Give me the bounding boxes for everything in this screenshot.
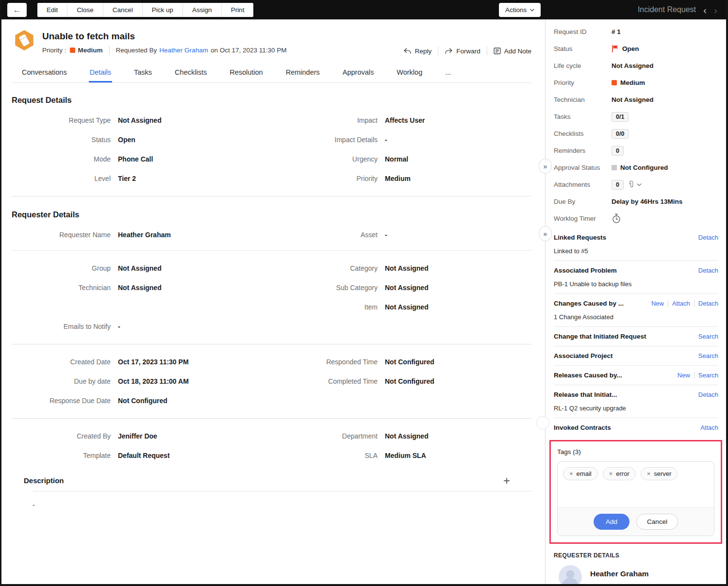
linked-requests-section: Linked Requests Detach Linked to #5: [554, 232, 718, 260]
section-divider: [12, 344, 531, 344]
attachments-dropdown[interactable]: [637, 183, 642, 186]
field-value: Not Assigned: [118, 264, 279, 272]
collapse-panel-button[interactable]: »: [539, 226, 552, 241]
section-title: Associated Project: [554, 352, 613, 359]
close-button[interactable]: Close: [67, 3, 103, 17]
linked-request-item[interactable]: Linked to #5: [554, 247, 718, 255]
change-initiated-section: Change that Initiated Request Search: [554, 326, 718, 346]
tab-tasks[interactable]: Tasks: [133, 63, 153, 82]
search-link[interactable]: Search: [698, 352, 718, 359]
edit-button[interactable]: Edit: [37, 3, 67, 17]
attachments-count-badge[interactable]: 0: [612, 180, 624, 190]
attach-file-button[interactable]: [628, 180, 635, 189]
remove-tag-icon[interactable]: ×: [647, 471, 651, 477]
conversation-actions: Reply Forward Add Note: [403, 47, 531, 55]
detach-link[interactable]: Detach: [698, 234, 718, 241]
changes-associated-item[interactable]: 1 Change Associated: [554, 313, 718, 321]
tasks-count-badge[interactable]: 0/1: [612, 112, 629, 122]
release-item[interactable]: RL-1 Q2 security upgrade: [554, 405, 718, 412]
field-row: Emails to Notify -: [12, 323, 531, 330]
prop-row-checklists: Checklists 0/0: [554, 128, 718, 139]
search-link[interactable]: Search: [698, 372, 718, 379]
divider: [487, 47, 487, 55]
tab-conversations[interactable]: Conversations: [21, 63, 68, 82]
tab-details[interactable]: Details: [89, 63, 112, 82]
prev-request-icon[interactable]: ‹: [703, 5, 707, 15]
tags-section-highlighted: Tags (3) × email × error × serv: [549, 440, 722, 544]
detach-link[interactable]: Detach: [698, 267, 718, 274]
tab-worklog[interactable]: Worklog: [396, 63, 423, 82]
tags-input[interactable]: × email × error × server: [558, 462, 714, 507]
reminders-count-badge[interactable]: 0: [612, 146, 624, 156]
field-row: Technician Not Assigned Sub Category Not…: [12, 284, 531, 292]
panel-handle[interactable]: [536, 416, 549, 429]
remove-tag-icon[interactable]: ×: [569, 471, 573, 477]
prop-value: Not Assigned: [612, 62, 654, 69]
field-label: Item: [286, 303, 378, 311]
field-value: -: [385, 136, 531, 144]
remove-tag-icon[interactable]: ×: [609, 471, 613, 477]
cancel-button[interactable]: Cancel: [103, 3, 143, 17]
field-row: Status Open Impact Details -: [12, 136, 531, 144]
add-note-button[interactable]: Add Note: [494, 48, 531, 55]
prop-row-worklog-timer: Worklog Timer: [554, 213, 718, 224]
detach-link[interactable]: Detach: [698, 300, 718, 307]
tab-approvals[interactable]: Approvals: [342, 63, 375, 82]
new-link[interactable]: New: [651, 300, 664, 307]
prop-label: Technician: [554, 96, 612, 103]
field-value: Jeniffer Doe: [118, 432, 279, 440]
chevron-down-icon: [530, 9, 534, 12]
detach-link[interactable]: Detach: [698, 391, 718, 398]
releases-caused-section: Releases Caused by... New Search: [554, 365, 718, 385]
tab-more[interactable]: ...: [444, 63, 452, 82]
section-title: Associated Problem: [554, 267, 617, 274]
add-tags-button[interactable]: Add: [594, 514, 629, 530]
field-label: Impact: [286, 116, 378, 124]
new-link[interactable]: New: [678, 372, 690, 379]
tab-reminders[interactable]: Reminders: [285, 63, 321, 82]
attach-link[interactable]: Attach: [700, 424, 718, 431]
field-row: Item Not Assigned: [12, 303, 531, 311]
field-label: Request Type: [12, 116, 111, 124]
attach-link[interactable]: Attach: [672, 300, 690, 307]
tag-chip: × server: [641, 467, 678, 480]
changes-caused-section: Changes Caused by ... New Attach Detach …: [554, 293, 718, 326]
forward-button[interactable]: Forward: [445, 48, 480, 55]
collapse-panel-button[interactable]: »: [539, 159, 552, 174]
checklists-count-badge[interactable]: 0/0: [612, 129, 629, 139]
add-description-icon[interactable]: +: [503, 476, 510, 485]
actions-button[interactable]: Actions: [499, 3, 541, 17]
section-title: Change that Initiated Request: [554, 333, 646, 340]
worklog-timer-button[interactable]: [612, 213, 621, 224]
associated-problem-item[interactable]: PB-1 Unable to backup files: [554, 280, 718, 288]
description-title: Description: [24, 476, 64, 485]
field-value: Not Assigned: [385, 264, 531, 272]
field-label: Due by date: [12, 377, 111, 385]
requester-link[interactable]: Heather Graham: [159, 47, 208, 54]
prop-row-tasks: Tasks 0/1: [554, 111, 718, 122]
prop-value[interactable]: Medium: [612, 79, 645, 86]
prop-label: Worklog Timer: [554, 215, 612, 222]
prop-row-priority: Priority Medium: [554, 77, 718, 88]
next-request-icon[interactable]: ›: [714, 5, 717, 15]
tab-checklists[interactable]: Checklists: [174, 63, 208, 82]
status-flag-icon: [612, 45, 619, 53]
print-button[interactable]: Print: [222, 3, 254, 17]
assign-button[interactable]: Assign: [183, 3, 222, 17]
prop-label: Approval Status: [554, 164, 612, 171]
priority-label: Priority :: [42, 47, 66, 54]
field-label: Urgency: [286, 155, 378, 163]
field-row: Level Tier 2 Priority Medium: [12, 175, 531, 182]
prop-row-reminders: Reminders 0: [554, 145, 718, 156]
section-title: Changes Caused by ...: [554, 300, 624, 307]
page-title: Incident Request: [638, 5, 696, 14]
paperclip-icon: [628, 180, 635, 189]
cancel-tags-button[interactable]: Cancel: [636, 514, 678, 530]
reply-button[interactable]: Reply: [403, 48, 432, 55]
pickup-button[interactable]: Pick up: [143, 3, 183, 17]
tab-resolution[interactable]: Resolution: [229, 63, 264, 82]
prop-value[interactable]: Open: [612, 45, 639, 53]
prop-row-status: Status Open: [554, 43, 718, 54]
back-button[interactable]: ←: [7, 3, 27, 17]
search-link[interactable]: Search: [698, 333, 718, 340]
